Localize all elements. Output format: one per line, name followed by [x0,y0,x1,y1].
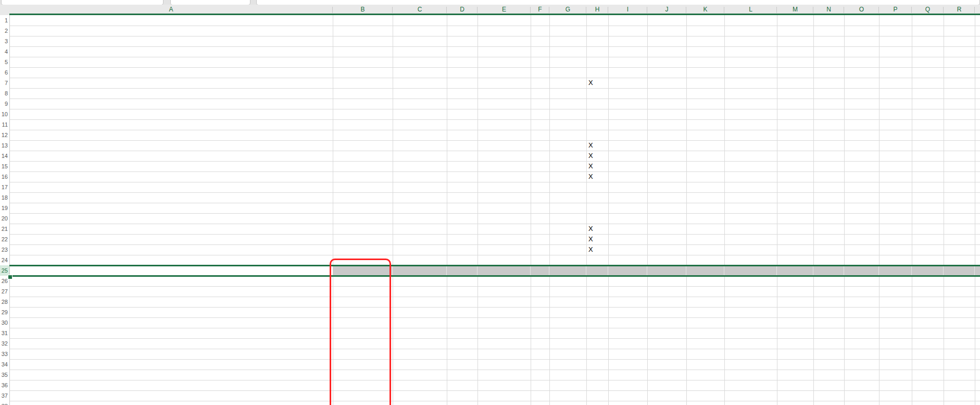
cell-group[interactable] [395,286,445,297]
cell-group[interactable] [395,338,445,349]
cell-group[interactable] [395,390,445,401]
cell-logon[interactable] [779,390,811,401]
cell-valid-to[interactable] [688,401,722,405]
cell-valid-from[interactable] [610,307,645,317]
criteria-label[interactable] [11,119,331,130]
cell-password[interactable] [946,297,973,307]
cell-valid-to[interactable] [688,317,722,328]
cell-logon[interactable] [779,307,811,317]
cell-valid-to[interactable] [688,307,722,317]
row-header-26[interactable]: 26 [0,276,8,286]
row-header-20[interactable]: 20 [0,213,8,224]
cell-valid-to[interactable] [688,286,722,297]
cell-system-value[interactable] [533,46,547,57]
cell-checked-by-value[interactable] [726,46,775,57]
cell-checked-date[interactable] [846,46,877,57]
column-header-A[interactable]: A [9,6,333,14]
criteria-label[interactable] [11,234,331,244]
row-header-7[interactable]: 7 [0,78,8,88]
cell-password[interactable] [946,307,973,317]
criteria-label[interactable] [11,130,331,140]
table-header-creator[interactable] [480,265,529,276]
table-header-logon[interactable] [815,265,842,276]
column-header-M[interactable]: M [777,6,813,14]
criteria-checkmark[interactable]: X [588,151,606,161]
row-header-31[interactable]: 31 [0,328,8,338]
cell-password[interactable] [946,349,973,359]
cell-selection-criteria-heading[interactable] [11,67,331,78]
cell-created-on[interactable] [551,317,584,328]
criteria-checkmark[interactable]: X [588,224,606,234]
column-header-J[interactable]: J [647,6,686,14]
column-header-H[interactable]: H [586,6,608,14]
cell-created-on[interactable] [551,380,584,390]
cell-creator[interactable] [480,328,529,338]
cell-creator[interactable] [480,390,529,401]
cell-password[interactable] [946,317,973,328]
row-header-1[interactable]: 1 [0,15,8,26]
cell-checked-by-label[interactable] [649,46,684,57]
table-header-password[interactable] [946,265,973,276]
cell-group[interactable] [395,380,445,390]
row-header-4[interactable]: 4 [0,46,8,57]
cell-valid-to[interactable] [688,338,722,349]
row-header-11[interactable]: 11 [0,119,8,130]
cell-password[interactable] [946,401,973,405]
cell-valid-to[interactable] [688,359,722,370]
cell-valid-from[interactable] [610,349,645,359]
cell-creator[interactable] [480,401,529,405]
cell-group[interactable] [395,307,445,317]
cell-type[interactable] [449,328,475,338]
cell-logon[interactable] [779,380,811,390]
row-header-23[interactable]: 23 [0,244,8,255]
cell-type[interactable] [449,317,475,328]
cell-created-on[interactable] [551,328,584,338]
cell-type[interactable] [449,370,475,380]
cell-type[interactable] [449,286,475,297]
cell-type[interactable] [449,297,475,307]
cell-type[interactable] [449,359,475,370]
row-header-29[interactable]: 29 [0,307,8,317]
column-header-B[interactable]: B [333,6,393,14]
cell-created-on[interactable] [551,401,584,405]
cell-valid-from[interactable] [610,286,645,297]
table-header-user-group[interactable] [395,265,445,276]
cell-checked-time[interactable] [914,46,941,57]
criteria-label[interactable] [11,244,331,255]
row-header-13[interactable]: 13 [0,140,8,151]
row-header-22[interactable]: 22 [0,234,8,244]
cell-type[interactable] [449,338,475,349]
column-header-N[interactable]: N [813,6,844,14]
criteria-label[interactable] [11,99,331,109]
cell-group[interactable] [395,349,445,359]
criteria-checkmark[interactable]: X [588,244,606,255]
row-header-14[interactable]: 14 [0,151,8,161]
cell-password[interactable] [946,370,973,380]
cell-system-label[interactable] [11,46,331,57]
row-header-25[interactable]: 25 [0,265,8,276]
column-header-E[interactable]: E [478,6,531,14]
cell-password[interactable] [946,328,973,338]
row-header-35[interactable]: 35 [0,370,8,380]
selection-fill-handle[interactable] [8,275,12,279]
column-header-C[interactable]: C [393,6,447,14]
cell-valid-from[interactable] [610,297,645,307]
cell-created-on[interactable] [551,286,584,297]
column-header-G[interactable]: G [549,6,586,14]
cell-created-on[interactable] [551,307,584,317]
criteria-label[interactable] [11,213,331,224]
criteria-label[interactable] [11,171,331,182]
cell-created-on[interactable] [551,338,584,349]
row-header-34[interactable]: 34 [0,359,8,370]
cell-created-on[interactable] [551,390,584,401]
criteria-checkmark[interactable]: X [588,140,606,151]
cell-valid-from[interactable] [610,338,645,349]
cell-creator[interactable] [480,286,529,297]
cell-valid-from[interactable] [610,370,645,380]
cell-creator[interactable] [480,297,529,307]
cell-valid-to[interactable] [688,390,722,401]
row-header-19[interactable]: 19 [0,203,8,213]
row-header-36[interactable]: 36 [0,380,8,390]
cell-valid-to[interactable] [688,328,722,338]
cell-password[interactable] [946,380,973,390]
